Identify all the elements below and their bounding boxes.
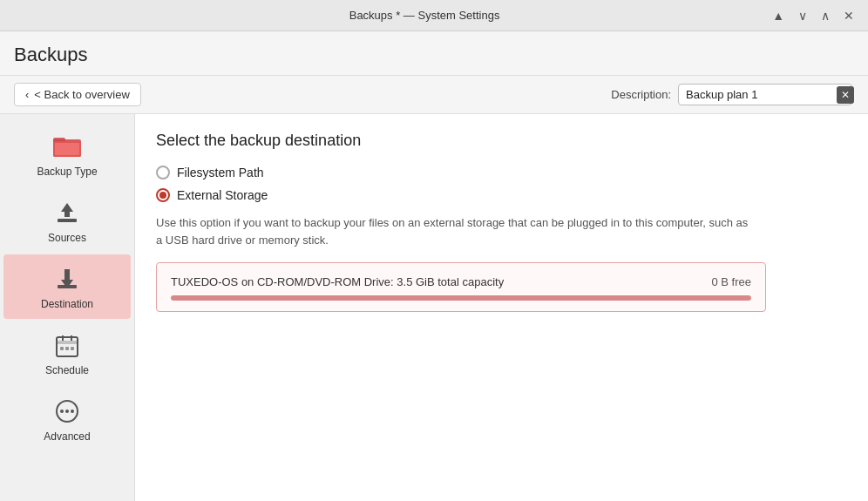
close-icon[interactable]: ✕	[840, 7, 858, 24]
minimize-icon[interactable]: ▲	[769, 7, 788, 24]
upload-icon	[51, 197, 83, 228]
window-controls: ▲ ∨ ∧ ✕	[769, 7, 858, 24]
storage-device-card[interactable]: TUXEDO-OS on CD-ROM/DVD-ROM Drive: 3.5 G…	[156, 262, 766, 312]
filesystem-path-label: Filesystem Path	[177, 166, 264, 179]
svg-rect-9	[57, 341, 78, 344]
sidebar-item-backup-type[interactable]: Backup Type	[3, 122, 131, 186]
storage-card-header: TUXEDO-OS on CD-ROM/DVD-ROM Drive: 3.5 G…	[171, 275, 751, 288]
content-area: Select the backup destination Filesystem…	[135, 114, 868, 501]
svg-rect-4	[58, 219, 77, 222]
sidebar-item-schedule[interactable]: Schedule	[3, 321, 131, 385]
svg-point-16	[60, 410, 64, 413]
sidebar-item-schedule-label: Schedule	[45, 364, 89, 376]
app-title: Backups	[14, 44, 87, 65]
sidebar-item-destination-label: Destination	[41, 298, 93, 310]
back-button-label: < Back to overview	[34, 88, 129, 101]
svg-rect-3	[55, 143, 79, 155]
svg-marker-5	[61, 203, 73, 217]
sidebar-item-sources-label: Sources	[48, 232, 86, 244]
storage-progress-bar	[171, 295, 751, 301]
window-title: Backups * — System Settings	[80, 9, 769, 22]
shade-icon[interactable]: ∨	[795, 7, 810, 24]
svg-point-17	[65, 410, 69, 413]
sidebar-item-sources[interactable]: Sources	[3, 188, 131, 253]
description-label: Description:	[611, 88, 671, 101]
toolbar: ‹ < Back to overview Description: ✕	[0, 76, 868, 114]
svg-rect-14	[71, 347, 74, 350]
option-description: Use this option if you want to backup yo…	[156, 214, 749, 248]
maximize-icon[interactable]: ∧	[817, 7, 833, 24]
sidebar: Backup Type Sources Destination	[0, 114, 135, 501]
storage-device-free: 0 B free	[711, 275, 751, 288]
description-area: Description: ✕	[611, 84, 854, 105]
sidebar-item-advanced[interactable]: Advanced	[3, 387, 131, 451]
destination-radio-group: Filesystem Path External Storage	[156, 166, 847, 202]
svg-rect-13	[65, 347, 69, 350]
sidebar-item-backup-type-label: Backup Type	[37, 166, 97, 178]
sidebar-item-destination[interactable]: Destination	[3, 254, 131, 319]
app-header: Backups	[0, 31, 868, 76]
filesystem-radio-circle	[156, 166, 170, 179]
svg-rect-12	[60, 347, 64, 350]
sidebar-item-advanced-label: Advanced	[44, 430, 90, 443]
description-clear-button[interactable]: ✕	[837, 86, 854, 104]
download-icon	[51, 263, 83, 295]
filesystem-path-option[interactable]: Filesystem Path	[156, 166, 847, 179]
svg-point-18	[71, 410, 74, 413]
more-icon	[51, 396, 83, 427]
back-arrow-icon: ‹	[25, 88, 29, 101]
description-input[interactable]	[678, 84, 852, 105]
storage-progress-fill	[171, 295, 751, 301]
external-storage-label: External Storage	[177, 188, 268, 202]
main-layout: Backup Type Sources Destination	[0, 114, 868, 501]
back-to-overview-button[interactable]: ‹ < Back to overview	[14, 83, 141, 106]
content-title: Select the backup destination	[156, 132, 847, 150]
calendar-icon	[51, 329, 83, 361]
external-storage-option[interactable]: External Storage	[156, 188, 847, 202]
title-bar: Backups * — System Settings ▲ ∨ ∧ ✕	[0, 0, 868, 31]
storage-device-name: TUXEDO-OS on CD-ROM/DVD-ROM Drive: 3.5 G…	[171, 275, 504, 288]
external-storage-radio-circle	[156, 188, 170, 202]
folder-icon	[51, 131, 83, 162]
